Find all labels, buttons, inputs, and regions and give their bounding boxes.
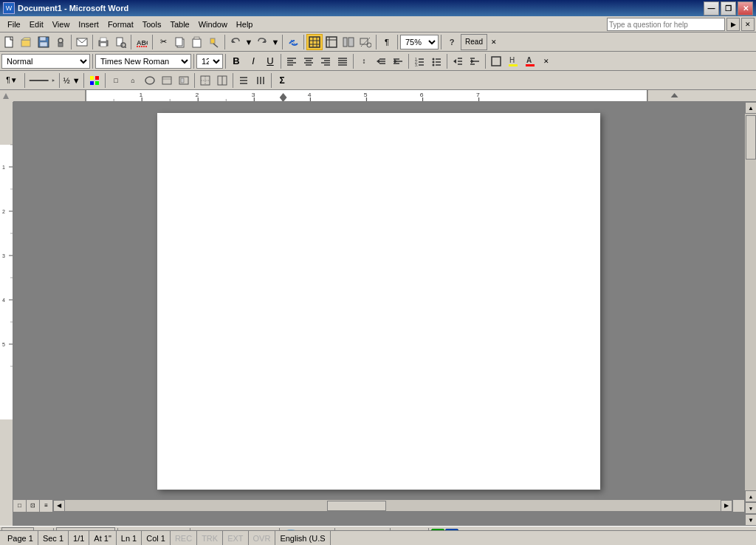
scroll-thumb-horizontal[interactable]	[327, 501, 386, 511]
close-button[interactable]: ✕	[738, 1, 753, 16]
increase-indent-button[interactable]	[467, 53, 483, 69]
minimize-button[interactable]: —	[704, 1, 719, 16]
columns-button[interactable]	[340, 34, 357, 50]
undo-button[interactable]	[227, 34, 244, 50]
fraction-button[interactable]: ½ ▼	[62, 72, 81, 89]
line-style-button[interactable]	[27, 72, 57, 89]
line-spacing-button[interactable]: ↕	[356, 53, 372, 69]
scroll-track-horizontal[interactable]	[65, 500, 721, 511]
tb3-dist-rows[interactable]	[236, 72, 252, 89]
menu-item-help[interactable]: Help	[232, 18, 258, 30]
fmt-toolbar-close[interactable]: ✕	[540, 53, 552, 69]
hyperlink-button[interactable]	[285, 34, 301, 50]
align-right-button[interactable]	[317, 53, 334, 69]
align-center-button[interactable]	[300, 53, 317, 69]
vertical-scrollbar[interactable]: ▲ ▲ ▼ ▼	[744, 102, 756, 526]
border-button[interactable]	[488, 53, 504, 69]
menu-item-table[interactable]: Table	[165, 18, 193, 30]
auto-sum-button[interactable]: Σ	[274, 72, 290, 89]
insert-table-button[interactable]	[323, 34, 340, 50]
zoom-dropdown[interactable]: 50% 75% 100% 150% 200%	[400, 35, 439, 49]
svg-text:3: 3	[2, 253, 5, 258]
drawing-button[interactable]	[357, 34, 374, 50]
bold-button[interactable]: B	[228, 53, 244, 69]
numbering-button[interactable]: 1.2.3.	[411, 53, 427, 69]
read-button[interactable]: Read	[461, 34, 487, 50]
tables-borders-button[interactable]	[306, 34, 323, 50]
toolbar-separator-5	[224, 35, 225, 49]
horizontal-scrollbar[interactable]: □ ⊡ ≡ ◀ ▶	[13, 499, 744, 511]
open-button[interactable]	[18, 34, 35, 50]
document-page[interactable]	[157, 113, 600, 490]
paste-button[interactable]	[189, 34, 205, 50]
tb3-dist-cols[interactable]	[252, 72, 269, 89]
menu-item-format[interactable]: Format	[103, 18, 138, 30]
outdent-button[interactable]	[373, 53, 389, 69]
save-button[interactable]	[35, 34, 52, 50]
redo-dropdown[interactable]: ▼	[271, 34, 280, 50]
print-button[interactable]	[95, 34, 111, 50]
menu-item-edit[interactable]: Edit	[25, 18, 48, 30]
svg-text:4: 4	[2, 298, 5, 303]
scroll-thumb-vertical[interactable]	[746, 115, 756, 160]
restore-button[interactable]: ❐	[721, 1, 736, 16]
spell-button[interactable]: ABC	[134, 34, 150, 50]
help-close-button[interactable]: ✕	[741, 18, 755, 31]
status-sec: Sec 1	[38, 531, 69, 545]
tb3-merge-btn[interactable]	[197, 72, 213, 89]
indent-button[interactable]	[390, 53, 406, 69]
scroll-down-button[interactable]: ▼	[745, 514, 756, 526]
tb3-btn-5[interactable]	[176, 72, 192, 89]
scroll-page-down-button[interactable]: ▼	[745, 502, 756, 514]
font-dropdown[interactable]: Times New Roman	[95, 54, 191, 69]
menu-item-view[interactable]: View	[48, 18, 75, 30]
font-size-dropdown[interactable]: 12	[196, 54, 223, 69]
underline-button[interactable]: U	[262, 53, 278, 69]
print-preview-button[interactable]	[112, 34, 128, 50]
menu-item-window[interactable]: Window	[194, 18, 232, 30]
view-normal-button[interactable]: □	[13, 500, 27, 512]
svg-text:ABC: ABC	[137, 39, 148, 47]
format-painter-button[interactable]	[206, 34, 222, 50]
scroll-page-up-button[interactable]: ▲	[745, 490, 756, 502]
tb3-btn-1[interactable]: □	[108, 72, 124, 89]
svg-rect-27	[309, 37, 320, 47]
tb3-split-btn[interactable]	[214, 72, 230, 89]
menu-item-insert[interactable]: Insert	[74, 18, 103, 30]
copy-button[interactable]	[172, 34, 188, 50]
menu-item-file[interactable]: File	[3, 18, 25, 30]
justify-button[interactable]	[334, 53, 351, 69]
view-outline-button[interactable]: ≡	[40, 500, 53, 512]
align-left-button[interactable]	[284, 53, 300, 69]
new-button[interactable]	[1, 34, 18, 50]
permission-button[interactable]	[52, 34, 69, 50]
italic-button[interactable]: I	[245, 53, 261, 69]
scroll-left-button[interactable]: ◀	[53, 500, 65, 512]
redo-button[interactable]	[254, 34, 270, 50]
show-formatting-button[interactable]: ¶	[379, 34, 395, 50]
tb3-btn-2[interactable]: ⌂	[125, 72, 141, 89]
email-button[interactable]	[74, 34, 90, 50]
toolbar-separator-6	[282, 35, 283, 49]
svg-point-38	[367, 43, 371, 47]
help-search-input[interactable]	[607, 18, 725, 31]
help-go-button[interactable]: ▶	[726, 18, 740, 31]
font-color-button[interactable]: A	[522, 53, 538, 69]
scroll-track-vertical[interactable]	[745, 114, 756, 490]
menu-item-tools[interactable]: Tools	[138, 18, 166, 30]
color-swatch-button[interactable]	[86, 72, 103, 89]
toolbar-close-button[interactable]: ✕	[488, 34, 500, 50]
scroll-right-button[interactable]: ▶	[721, 500, 732, 512]
undo-dropdown[interactable]: ▼	[244, 34, 253, 50]
tb3-btn-4[interactable]	[159, 72, 175, 89]
scroll-up-button[interactable]: ▲	[745, 102, 756, 114]
tb3-btn-3[interactable]	[142, 72, 158, 89]
help-button[interactable]: ?	[444, 34, 460, 50]
cut-button[interactable]: ✂	[155, 34, 171, 50]
view-web-button[interactable]: ⊡	[27, 500, 40, 512]
bullets-button[interactable]	[428, 53, 444, 69]
style-dropdown[interactable]: Normal	[1, 54, 90, 69]
decrease-indent-button[interactable]	[450, 53, 466, 69]
highlight-button[interactable]: H	[505, 53, 521, 69]
normal-style-dropdown[interactable]: ¶▼	[1, 72, 22, 89]
